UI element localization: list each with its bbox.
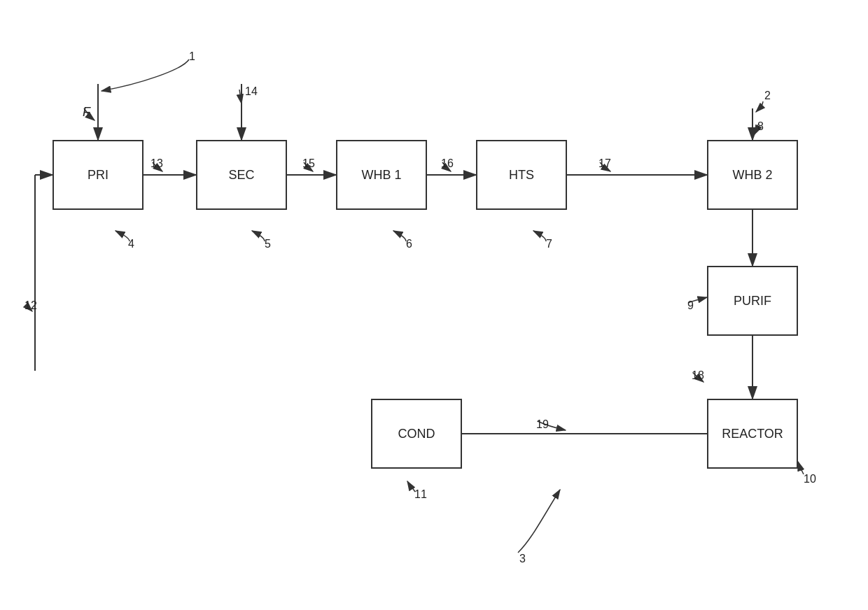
box-reactor: REACTOR [707,399,798,469]
ref-11: 11 [414,488,427,501]
diagram: PRI SEC WHB 1 HTS WHB 2 PURIF REACTOR CO… [0,0,868,610]
box-cond-label: COND [398,427,435,441]
box-pri: PRI [52,140,144,210]
ref-8: 8 [757,120,764,133]
ref-13: 13 [150,157,163,170]
ref-F: F [83,105,90,120]
ref-18: 18 [692,369,704,382]
box-hts: HTS [476,140,567,210]
ref-1: 1 [189,50,195,63]
box-sec: SEC [196,140,287,210]
box-hts-label: HTS [509,168,534,183]
ref-17: 17 [598,157,611,170]
box-reactor-label: REACTOR [722,427,783,441]
box-whb1: WHB 1 [336,140,427,210]
ref-6: 6 [406,238,412,250]
box-sec-label: SEC [228,168,254,183]
ref-3: 3 [519,553,526,565]
ref-19: 19 [536,418,549,431]
box-whb2-label: WHB 2 [732,168,772,183]
ref-10: 10 [804,473,816,485]
ref-9: 9 [687,299,694,312]
ref-16: 16 [441,157,454,170]
ref-14: 14 [245,85,258,98]
box-pri-label: PRI [88,168,108,183]
ref-12: 12 [24,299,37,312]
ref-7: 7 [546,238,552,250]
ref-2: 2 [764,90,771,102]
box-whb2: WHB 2 [707,140,798,210]
box-whb1-label: WHB 1 [361,168,401,183]
ref-15: 15 [302,157,315,170]
ref-4: 4 [128,238,134,250]
box-cond: COND [371,399,462,469]
box-purif: PURIF [707,266,798,336]
ref-5: 5 [265,238,271,250]
box-purif-label: PURIF [734,294,771,308]
